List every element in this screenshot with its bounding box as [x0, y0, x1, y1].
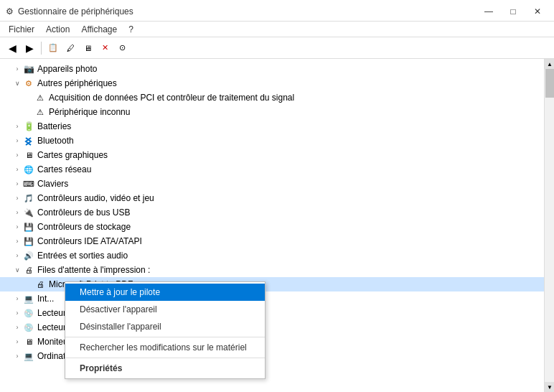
autres-icon: ⚙ [23, 78, 34, 89]
expand-icon[interactable]: › [11, 164, 23, 175]
remove-button[interactable]: ✕ [97, 40, 113, 56]
expand-icon[interactable]: › [11, 336, 23, 347]
tree-item-cartes-graphiques[interactable]: › 🖥 Cartes graphiques [0, 148, 544, 162]
controleurs-stockage-label: Contrôleurs de stockage [37, 222, 131, 232]
scrollbar[interactable]: ▲ ▼ [544, 59, 554, 392]
tree-item-controleurs-ide[interactable]: › 💾 Contrôleurs IDE ATA/ATAPI [0, 234, 544, 248]
controleurs-ide-label: Contrôleurs IDE ATA/ATAPI [37, 236, 142, 246]
menu-affichage[interactable]: Affichage [75, 23, 123, 35]
files-attente-label: Files d'attente à l'impression : [37, 265, 150, 275]
ordinateur-icon: 💻 [23, 350, 34, 362]
autres-label: Autres périphériques [37, 78, 117, 88]
forward-button[interactable]: ▶ [22, 40, 37, 56]
cartes-graphiques-icon: 🖥 [23, 149, 34, 161]
menu-bar: Fichier Action Affichage ? [0, 22, 554, 37]
expand-icon[interactable]: › [11, 192, 23, 204]
expand-icon[interactable]: › [11, 121, 23, 132]
ctx-separator-1 [65, 337, 265, 337]
controleurs-usb-icon: 🔌 [23, 207, 34, 218]
expand-icon[interactable]: › [11, 322, 23, 333]
tree-item-files-attente[interactable]: ∨ 🖨 Files d'attente à l'impression : [0, 263, 544, 277]
menu-help[interactable]: ? [123, 23, 139, 35]
entrees-sorties-label: Entrées et sorties audio [37, 251, 128, 261]
expand-icon[interactable]: ∨ [11, 264, 23, 276]
tree-item-autres[interactable]: ∨ ⚙ Autres périphériques [0, 76, 544, 90]
cartes-reseau-icon: 🌐 [23, 164, 34, 175]
properties-button[interactable]: 📋 [45, 40, 61, 56]
controleurs-audio-icon: 🎵 [23, 192, 34, 204]
tree-item-controleurs-stockage[interactable]: › 💾 Contrôleurs de stockage [0, 220, 544, 234]
ctx-disable-device[interactable]: Désactiver l'appareil [65, 301, 265, 318]
add-button[interactable]: ⊙ [114, 40, 130, 56]
controleurs-ide-icon: 💾 [23, 235, 34, 247]
tree-panel[interactable]: › 📷 Appareils photo ∨ ⚙ Autres périphéri… [0, 59, 544, 392]
expand-icon[interactable]: › [11, 307, 23, 319]
menu-action[interactable]: Action [40, 23, 75, 35]
files-attente-icon: 🖨 [23, 264, 34, 276]
title-bar-left: ⚙ Gestionnaire de périphériques [6, 6, 133, 17]
expand-icon [23, 106, 34, 118]
scroll-track[interactable] [545, 69, 554, 382]
app-icon: ⚙ [6, 6, 14, 17]
controleurs-audio-label: Contrôleurs audio, vidéo et jeu [37, 193, 154, 203]
tree-item-bluetooth[interactable]: › Bluetooth [0, 134, 544, 148]
update-driver-button[interactable]: 🖊 [62, 40, 78, 56]
scroll-up-arrow[interactable]: ▲ [545, 59, 554, 69]
batteries-icon: 🔋 [23, 121, 34, 132]
bluetooth-icon [23, 135, 34, 146]
int-icon: 💻 [23, 293, 34, 304]
scroll-thumb[interactable] [545, 69, 554, 98]
ctx-properties[interactable]: Propriétés [65, 360, 265, 377]
ctx-uninstall-device[interactable]: Désinstaller l'appareil [65, 318, 265, 335]
appareils-photo-label: Appareils photo [37, 64, 97, 74]
title-bar-controls: — □ ✕ [478, 4, 548, 19]
expand-icon[interactable]: › [11, 63, 23, 75]
scroll-down-arrow[interactable]: ▼ [545, 382, 554, 392]
ctx-separator-2 [65, 358, 265, 358]
close-button[interactable]: ✕ [527, 4, 548, 19]
tree-item-entrees-sorties[interactable]: › 🔊 Entrées et sorties audio [0, 248, 544, 263]
expand-icon[interactable]: › [11, 149, 23, 161]
bluetooth-label: Bluetooth [37, 136, 74, 146]
ctx-scan-changes[interactable]: Rechercher les modifications sur le maté… [65, 339, 265, 356]
tree-item-batteries[interactable]: › 🔋 Batteries [0, 119, 544, 134]
tree-item-claviers[interactable]: › ⌨ Claviers [0, 177, 544, 191]
expand-icon[interactable]: › [11, 235, 23, 247]
toolbar: ◀ ▶ 📋 🖊 🖥 ✕ ⊙ [0, 37, 554, 59]
main-content: › 📷 Appareils photo ∨ ⚙ Autres périphéri… [0, 59, 554, 392]
tree-item-controleurs-audio[interactable]: › 🎵 Contrôleurs audio, vidéo et jeu [0, 191, 544, 205]
int-label: Int... [37, 294, 54, 304]
controleurs-usb-label: Contrôleurs de bus USB [37, 207, 130, 218]
cartes-graphiques-label: Cartes graphiques [37, 150, 108, 160]
toolbar-separator-1 [41, 42, 42, 55]
tree-item-controleurs-usb[interactable]: › 🔌 Contrôleurs de bus USB [0, 205, 544, 220]
inconnu-label: Périphérique inconnu [49, 107, 130, 117]
scan-button[interactable]: 🖥 [80, 40, 95, 56]
expand-icon[interactable]: › [11, 207, 23, 218]
back-button[interactable]: ◀ [4, 40, 20, 56]
minimize-button[interactable]: — [478, 4, 499, 19]
expand-icon[interactable]: › [11, 178, 23, 190]
entrees-sorties-icon: 🔊 [23, 250, 34, 261]
tree-item-cartes-reseau[interactable]: › 🌐 Cartes réseau [0, 162, 544, 177]
expand-icon[interactable]: › [11, 250, 23, 261]
expand-icon[interactable]: › [11, 221, 23, 233]
maximize-button[interactable]: □ [502, 4, 524, 19]
appareils-photo-icon: 📷 [23, 63, 34, 75]
batteries-label: Batteries [37, 121, 71, 131]
expand-icon[interactable]: › [11, 135, 23, 146]
context-menu: Mettre à jour le pilote Désactiver l'app… [65, 281, 266, 379]
inconnu-icon: ⚠ [34, 106, 46, 118]
expand-icon[interactable]: › [11, 293, 23, 304]
ctx-update-driver[interactable]: Mettre à jour le pilote [65, 284, 265, 301]
tree-item-appareils-photo[interactable]: › 📷 Appareils photo [0, 62, 544, 76]
tree-item-peripherique-inconnu[interactable]: ⚠ Périphérique inconnu [0, 105, 544, 119]
menu-fichier[interactable]: Fichier [3, 23, 40, 35]
controleurs-stockage-icon: 💾 [23, 221, 34, 233]
lecteurs-dvd-icon: 💿 [23, 322, 34, 333]
title-bar: ⚙ Gestionnaire de périphériques — □ ✕ [0, 0, 554, 22]
expand-icon [23, 279, 34, 290]
expand-icon[interactable]: ∨ [11, 78, 23, 89]
expand-icon[interactable]: › [11, 350, 23, 362]
tree-item-acquisition[interactable]: ⚠ Acquisition de données PCI et contrôle… [0, 90, 544, 105]
